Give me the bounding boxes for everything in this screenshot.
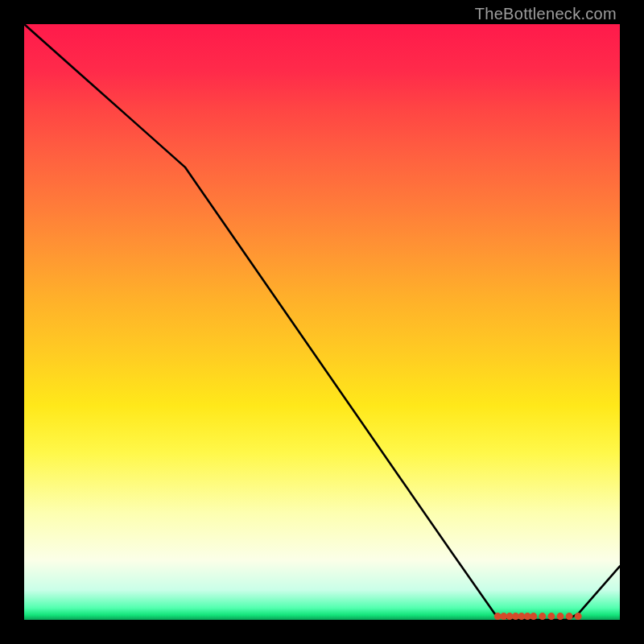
plot-area xyxy=(24,24,620,620)
marker-dot xyxy=(557,613,564,620)
marker-dot xyxy=(575,613,582,620)
marker-dot xyxy=(547,613,555,620)
watermark-text: TheBottleneck.com xyxy=(475,5,617,23)
marker-dot xyxy=(530,613,537,620)
curve-line xyxy=(24,24,620,620)
chart-canvas: TheBottleneck.com xyxy=(0,0,644,644)
marker-dot xyxy=(566,613,573,620)
marker-dot xyxy=(539,613,546,620)
chart-overlay xyxy=(24,24,620,620)
